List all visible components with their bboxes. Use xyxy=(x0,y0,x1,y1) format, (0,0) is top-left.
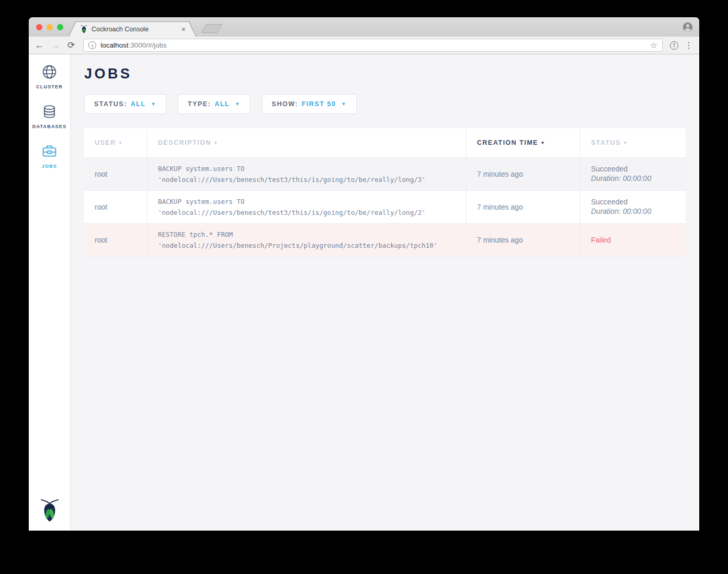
job-status: Succeeded Duration: 00:00:00 xyxy=(580,191,686,223)
address-bar[interactable]: i localhost:3000/#/jobs ☆ xyxy=(83,39,663,52)
type-filter-dropdown[interactable]: TYPE: ALL ▼ xyxy=(178,94,251,114)
column-header-label: STATUS xyxy=(591,139,621,146)
job-description: RESTORE tpch.* FROM 'nodelocal:///Users/… xyxy=(147,224,466,256)
extension-icon[interactable]: ! xyxy=(670,41,678,50)
status-filter-dropdown[interactable]: STATUS: ALL ▼ xyxy=(84,94,166,114)
database-icon xyxy=(41,103,58,120)
browser-window: Cockroach Console × ← → ⟳ i localhost:30… xyxy=(29,17,699,531)
show-filter-value: FIRST 50 xyxy=(302,100,336,108)
globe-icon xyxy=(41,63,58,81)
description-line: 'nodelocal:///Users/benesch/test3/this/i… xyxy=(158,174,466,185)
chevron-down-icon: ▼ xyxy=(235,101,240,107)
profile-avatar-icon[interactable] xyxy=(682,21,693,33)
site-info-icon[interactable]: i xyxy=(88,41,96,49)
show-filter-label: SHOW: xyxy=(272,100,298,108)
jobs-page: JOBS STATUS: ALL ▼ TYPE: ALL ▼ SHOW: FIR… xyxy=(71,54,699,531)
column-header-label: USER xyxy=(95,139,116,146)
chevron-down-icon: ▼ xyxy=(341,101,346,107)
bookmark-star-icon[interactable]: ☆ xyxy=(651,41,657,50)
sidebar: CLUSTER DATABASES xyxy=(29,54,71,531)
browser-tab[interactable]: Cockroach Console × xyxy=(69,21,196,37)
jobs-table: USER ▾ DESCRIPTION ▾ CREATION TIME ▾ STA… xyxy=(84,128,686,257)
table-row: root RESTORE tpch.* FROM 'nodelocal:///U… xyxy=(84,223,686,256)
sort-arrow-icon: ▾ xyxy=(541,140,544,145)
status-duration: Duration: 00:00:00 xyxy=(591,206,686,217)
briefcase-icon xyxy=(41,143,58,160)
description-line: 'nodelocal:///Users/benesch/test3/this/i… xyxy=(158,207,466,218)
status-filter-value: ALL xyxy=(131,100,146,108)
sidebar-item-cluster[interactable]: CLUSTER xyxy=(36,63,63,89)
close-window-button[interactable] xyxy=(36,24,42,30)
sort-arrow-icon: ▾ xyxy=(214,140,218,145)
description-line: BACKUP system.users TO xyxy=(158,196,466,207)
sort-arrow-icon: ▾ xyxy=(624,140,627,145)
tab-close-icon[interactable]: × xyxy=(181,26,186,33)
column-header-label: DESCRIPTION xyxy=(158,139,211,146)
new-tab-button[interactable] xyxy=(201,24,223,33)
chevron-down-icon: ▼ xyxy=(151,101,156,107)
sidebar-label-databases: DATABASES xyxy=(32,124,66,129)
browser-toolbar: ← → ⟳ i localhost:3000/#/jobs ☆ ! ⋮ xyxy=(29,37,699,54)
status-badge: Failed xyxy=(591,236,686,244)
page-title: JOBS xyxy=(84,66,686,82)
zoom-window-button[interactable] xyxy=(57,24,63,30)
status-badge: Succeeded xyxy=(591,198,686,206)
window-controls xyxy=(36,24,63,30)
status-filter-label: STATUS: xyxy=(94,100,127,108)
job-creation-time: 7 minutes ago xyxy=(466,224,580,256)
url-path: :3000/#/jobs xyxy=(129,41,167,49)
description-line: RESTORE tpch.* FROM xyxy=(158,229,466,240)
status-badge: Succeeded xyxy=(591,165,686,173)
sidebar-item-databases[interactable]: DATABASES xyxy=(32,103,66,129)
column-header-description[interactable]: DESCRIPTION ▾ xyxy=(147,128,466,157)
back-button[interactable]: ← xyxy=(35,41,44,50)
filter-bar: STATUS: ALL ▼ TYPE: ALL ▼ SHOW: FIRST 50… xyxy=(84,94,686,114)
job-creation-time: 7 minutes ago xyxy=(466,158,580,190)
cockroach-favicon-icon xyxy=(80,25,88,33)
job-user: root xyxy=(84,191,147,223)
description-line: BACKUP system.users TO xyxy=(158,163,466,174)
column-header-status[interactable]: STATUS ▾ xyxy=(580,128,686,157)
show-filter-dropdown[interactable]: SHOW: FIRST 50 ▼ xyxy=(262,94,357,114)
job-description: BACKUP system.users TO 'nodelocal:///Use… xyxy=(147,158,466,190)
job-user: root xyxy=(84,158,147,190)
column-header-label: CREATION TIME xyxy=(477,139,538,146)
column-header-creation-time[interactable]: CREATION TIME ▾ xyxy=(466,128,580,157)
type-filter-value: ALL xyxy=(214,100,230,108)
tab-strip: Cockroach Console × xyxy=(29,17,699,37)
sidebar-label-jobs: JOBS xyxy=(42,164,57,169)
url-host: localhost xyxy=(100,41,128,49)
type-filter-label: TYPE: xyxy=(188,100,211,108)
job-user: root xyxy=(84,224,147,256)
minimize-window-button[interactable] xyxy=(47,24,53,30)
column-header-user[interactable]: USER ▾ xyxy=(84,128,147,157)
sidebar-label-cluster: CLUSTER xyxy=(36,84,63,89)
status-duration: Duration: 00:00:00 xyxy=(591,173,686,184)
reload-button[interactable]: ⟳ xyxy=(67,41,75,50)
job-status: Failed xyxy=(580,224,686,256)
job-status: Succeeded Duration: 00:00:00 xyxy=(580,158,686,190)
browser-menu-icon[interactable]: ⋮ xyxy=(685,40,693,50)
table-header-row: USER ▾ DESCRIPTION ▾ CREATION TIME ▾ STA… xyxy=(84,128,686,157)
description-line: 'nodelocal:///Users/benesch/Projects/pla… xyxy=(158,240,466,251)
cockroachdb-logo-icon xyxy=(39,497,61,525)
forward-button[interactable]: → xyxy=(51,41,60,50)
sidebar-item-jobs[interactable]: JOBS xyxy=(41,143,58,169)
job-description: BACKUP system.users TO 'nodelocal:///Use… xyxy=(147,191,466,223)
tab-title: Cockroach Console xyxy=(92,26,178,33)
table-row: root BACKUP system.users TO 'nodelocal:/… xyxy=(84,157,686,190)
job-creation-time: 7 minutes ago xyxy=(466,191,580,223)
sort-arrow-icon: ▾ xyxy=(119,140,122,145)
table-row: root BACKUP system.users TO 'nodelocal:/… xyxy=(84,190,686,223)
